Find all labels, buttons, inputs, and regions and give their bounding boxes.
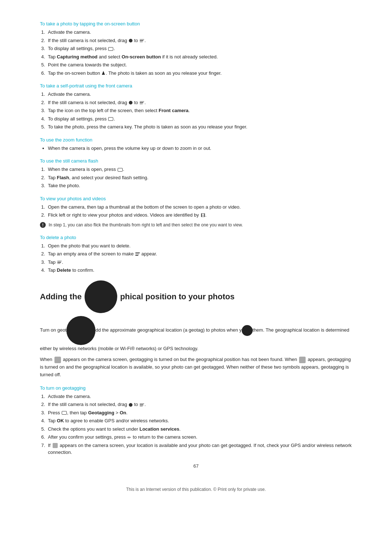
section-flash: To use the still camera flash When the c…: [40, 158, 352, 189]
list-item: Open the photo that you want to delete.: [46, 242, 352, 250]
list-item: Open the camera, then tap a thumbnail at…: [46, 204, 352, 211]
section-heading-delete: To delete a photo: [40, 235, 352, 240]
list-item: Tap the on-screen button ♟. The photo is…: [46, 70, 352, 77]
list-item: When the camera is open, press the volum…: [48, 145, 352, 152]
note-text: In step 1, you can also flick the thumbn…: [49, 222, 243, 228]
take-photo-list: Activate the camera. If the still camera…: [46, 29, 352, 77]
list-item: After you confirm your settings, press ✏…: [46, 434, 352, 441]
geo-para2: When appears on the camera screen, geota…: [40, 356, 352, 378]
section-heading-take-photo: To take a photo by tapping the on-screen…: [40, 21, 352, 26]
list-item: Check the options you want to select und…: [46, 426, 352, 433]
view-photos-list: Open the camera, then tap a thumbnail at…: [46, 204, 352, 219]
note-icon: !: [40, 222, 46, 228]
geo-para1: Turn on geotdd the approximate geographi…: [40, 316, 352, 353]
section-self-portrait: To take a self-portrait using the front …: [40, 83, 352, 131]
list-item: Tap an empty area of the screen to make …: [46, 250, 352, 258]
list-item: To display all settings, press .: [46, 115, 352, 123]
delete-photo-list: Open the photo that you want to delete. …: [46, 242, 352, 274]
flash-list: When the camera is open, press . Tap Fla…: [46, 166, 352, 189]
note-block: ! In step 1, you can also flick the thum…: [40, 222, 352, 228]
list-item: To display all settings, press .: [46, 45, 352, 52]
geotagging-list: Activate the camera. If the still camera…: [46, 393, 352, 456]
list-item: Tap .: [46, 259, 352, 266]
section-heading-zoom: To use the zoom function: [40, 137, 352, 143]
list-item: Activate the camera.: [46, 393, 352, 400]
list-item: Tap OK to agree to enable GPS and/or wir…: [46, 417, 352, 424]
page-footer: This is an Internet version of this publ…: [40, 487, 352, 492]
list-item: When the camera is open, press .: [46, 166, 352, 173]
section-heading-self-portrait: To take a self-portrait using the front …: [40, 83, 352, 89]
list-item: Take the photo.: [46, 182, 352, 189]
list-item: Point the camera towards the subject.: [46, 61, 352, 69]
list-item: Activate the camera.: [46, 29, 352, 36]
redacted-blob: [85, 280, 117, 313]
section-take-photo-onscreen: To take a photo by tapping the on-screen…: [40, 21, 352, 77]
pencil-icon: ✏: [127, 434, 131, 441]
self-portrait-list: Activate the camera. If the still camera…: [46, 91, 352, 131]
list-item: To take the photo, press the camera key.…: [46, 123, 352, 131]
list-item: Tap Delete to confirm.: [46, 267, 352, 274]
page-content: To take a photo by tapping the on-screen…: [40, 0, 352, 514]
section-turn-on-geotagging: To turn on geotagging Activate the camer…: [40, 385, 352, 456]
list-item: Flick left or right to view your photos …: [46, 212, 352, 219]
section-heading-geotagging: To turn on geotagging: [40, 385, 352, 391]
section-heading-view-photos: To view your photos and videos: [40, 196, 352, 201]
section-heading-flash: To use the still camera flash: [40, 158, 352, 164]
section-geotagging-intro: Adding the phical position to your photo…: [40, 280, 352, 379]
geo-big-heading: Adding the phical position to your photo…: [40, 280, 352, 313]
list-item: If the still camera is not selected, dra…: [46, 37, 352, 44]
list-item: Tap Capturing method and select On-scree…: [46, 53, 352, 61]
list-item: Press , then tap Geotagging > On.: [46, 409, 352, 416]
zoom-list: When the camera is open, press the volum…: [48, 145, 352, 152]
list-item: If the still camera is not selected, dra…: [46, 401, 352, 408]
list-item: Tap the icon on the top left of the scre…: [46, 107, 352, 114]
section-delete-photo: To delete a photo Open the photo that yo…: [40, 235, 352, 274]
page-number: 67: [40, 463, 352, 469]
list-item: If appears on the camera screen, your lo…: [46, 442, 352, 456]
list-item: If the still camera is not selected, dra…: [46, 99, 352, 106]
section-zoom: To use the zoom function When the camera…: [40, 137, 352, 152]
list-item: Activate the camera.: [46, 91, 352, 98]
section-view-photos: To view your photos and videos Open the …: [40, 196, 352, 228]
film-icon: 🎞: [201, 212, 205, 219]
list-item: Tap Flash, and select your desired flash…: [46, 174, 352, 181]
